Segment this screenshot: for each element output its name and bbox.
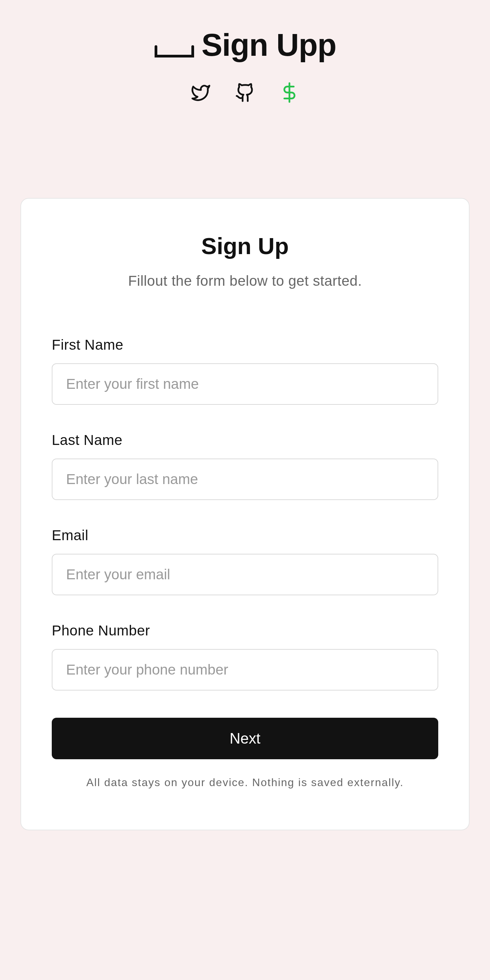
card-title: Sign Up [52, 233, 438, 259]
first-name-input[interactable] [52, 363, 438, 405]
last-name-input[interactable] [52, 458, 438, 500]
page-title: Sign Upp [201, 27, 337, 62]
dollar-icon[interactable] [279, 82, 300, 103]
first-name-label: First Name [52, 337, 438, 353]
email-input[interactable] [52, 554, 438, 595]
email-label: Email [52, 527, 438, 544]
github-icon[interactable] [235, 82, 255, 103]
social-row [21, 82, 469, 103]
signup-form: First Name Last Name Email Phone Number … [52, 337, 438, 789]
phone-group: Phone Number [52, 622, 438, 690]
disclaimer: All data stays on your device. Nothing i… [52, 776, 438, 789]
twitter-icon[interactable] [191, 82, 211, 103]
card-subtitle: Fillout the form below to get started. [52, 273, 438, 289]
bracket-icon [154, 30, 195, 65]
page-title-wrapper: Sign Upp [21, 27, 469, 65]
first-name-group: First Name [52, 337, 438, 405]
last-name-group: Last Name [52, 432, 438, 500]
phone-input[interactable] [52, 649, 438, 690]
last-name-label: Last Name [52, 432, 438, 448]
phone-label: Phone Number [52, 622, 438, 639]
signup-card: Sign Up Fillout the form below to get st… [21, 198, 469, 830]
page-header: Sign Upp [21, 27, 469, 103]
next-button[interactable]: Next [52, 718, 438, 759]
email-group: Email [52, 527, 438, 595]
